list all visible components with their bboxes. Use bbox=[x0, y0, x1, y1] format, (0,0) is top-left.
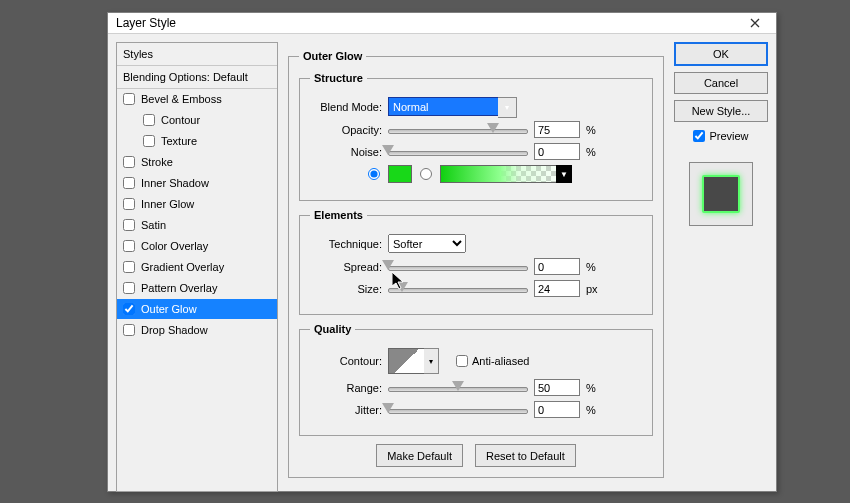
color-swatch[interactable] bbox=[388, 165, 412, 183]
noise-label: Noise: bbox=[310, 146, 382, 158]
styles-item-label: Contour bbox=[161, 114, 200, 126]
styles-checkbox[interactable] bbox=[123, 219, 135, 231]
reset-default-button[interactable]: Reset to Default bbox=[475, 444, 576, 467]
noise-unit: % bbox=[586, 146, 604, 158]
blendmode-value: Normal bbox=[393, 101, 428, 113]
blending-options[interactable]: Blending Options: Default bbox=[117, 66, 277, 89]
opacity-input[interactable] bbox=[534, 121, 580, 138]
noise-slider[interactable] bbox=[388, 146, 528, 158]
styles-item-inner-shadow[interactable]: Inner Shadow bbox=[117, 173, 277, 194]
styles-item-label: Bevel & Emboss bbox=[141, 93, 222, 105]
new-style-button[interactable]: New Style... bbox=[674, 100, 768, 122]
styles-item-outer-glow[interactable]: Outer Glow bbox=[117, 299, 277, 320]
close-button[interactable] bbox=[740, 13, 770, 33]
styles-item-label: Outer Glow bbox=[141, 303, 197, 315]
jitter-slider[interactable] bbox=[388, 404, 528, 416]
range-unit: % bbox=[586, 382, 604, 394]
styles-checkbox[interactable] bbox=[123, 177, 135, 189]
styles-item-label: Pattern Overlay bbox=[141, 282, 217, 294]
size-slider[interactable] bbox=[388, 283, 528, 295]
make-default-button[interactable]: Make Default bbox=[376, 444, 463, 467]
blendmode-select[interactable]: Normal ▾ bbox=[388, 97, 500, 116]
styles-item-stroke[interactable]: Stroke bbox=[117, 152, 277, 173]
quality-group: Quality Contour: ▾ Anti-aliased Range: bbox=[299, 323, 653, 436]
styles-item-pattern-overlay[interactable]: Pattern Overlay bbox=[117, 278, 277, 299]
quality-legend: Quality bbox=[310, 323, 355, 335]
blendmode-label: Blend Mode: bbox=[310, 101, 382, 113]
styles-item-label: Stroke bbox=[141, 156, 173, 168]
styles-checkbox[interactable] bbox=[123, 303, 135, 315]
window-title: Layer Style bbox=[116, 16, 740, 30]
range-slider[interactable] bbox=[388, 382, 528, 394]
styles-item-drop-shadow[interactable]: Drop Shadow bbox=[117, 320, 277, 341]
panel-title: Outer Glow bbox=[299, 50, 366, 62]
styles-item-label: Texture bbox=[161, 135, 197, 147]
elements-group: Elements Technique: Softer Spread: % Siz… bbox=[299, 209, 653, 315]
styles-item-gradient-overlay[interactable]: Gradient Overlay bbox=[117, 257, 277, 278]
styles-item-satin[interactable]: Satin bbox=[117, 215, 277, 236]
styles-item-label: Inner Shadow bbox=[141, 177, 209, 189]
size-label: Size: bbox=[310, 283, 382, 295]
gradient-swatch[interactable]: ▼ bbox=[440, 165, 572, 183]
chevron-down-icon: ▾ bbox=[424, 348, 439, 374]
styles-list: Styles Blending Options: Default Bevel &… bbox=[116, 42, 278, 492]
spread-slider[interactable] bbox=[388, 261, 528, 273]
range-input[interactable] bbox=[534, 379, 580, 396]
styles-item-bevel-emboss[interactable]: Bevel & Emboss bbox=[117, 89, 277, 110]
opacity-unit: % bbox=[586, 124, 604, 136]
opacity-slider[interactable] bbox=[388, 124, 528, 136]
styles-item-label: Gradient Overlay bbox=[141, 261, 224, 273]
settings-panel: Outer Glow Structure Blend Mode: Normal … bbox=[286, 42, 666, 492]
chevron-down-icon: ▾ bbox=[498, 97, 517, 118]
cancel-button[interactable]: Cancel bbox=[674, 72, 768, 94]
antialiased-checkbox[interactable]: Anti-aliased bbox=[456, 355, 529, 367]
size-input[interactable] bbox=[534, 280, 580, 297]
structure-legend: Structure bbox=[310, 72, 367, 84]
jitter-input[interactable] bbox=[534, 401, 580, 418]
gradient-radio[interactable] bbox=[420, 168, 432, 180]
technique-select[interactable]: Softer bbox=[388, 234, 466, 253]
jitter-unit: % bbox=[586, 404, 604, 416]
styles-item-inner-glow[interactable]: Inner Glow bbox=[117, 194, 277, 215]
styles-checkbox[interactable] bbox=[123, 324, 135, 336]
chevron-down-icon: ▼ bbox=[556, 165, 572, 183]
styles-checkbox[interactable] bbox=[123, 240, 135, 252]
styles-item-texture[interactable]: Texture bbox=[117, 131, 277, 152]
contour-picker[interactable]: ▾ bbox=[388, 348, 426, 374]
styles-item-label: Drop Shadow bbox=[141, 324, 208, 336]
spread-input[interactable] bbox=[534, 258, 580, 275]
ok-button[interactable]: OK bbox=[674, 42, 768, 66]
styles-checkbox[interactable] bbox=[143, 135, 155, 147]
styles-item-contour[interactable]: Contour bbox=[117, 110, 277, 131]
noise-input[interactable] bbox=[534, 143, 580, 160]
styles-checkbox[interactable] bbox=[143, 114, 155, 126]
layer-style-dialog: Layer Style Styles Blending Options: Def… bbox=[107, 12, 777, 492]
styles-checkbox[interactable] bbox=[123, 93, 135, 105]
titlebar: Layer Style bbox=[108, 13, 776, 34]
technique-label: Technique: bbox=[310, 238, 382, 250]
styles-item-label: Inner Glow bbox=[141, 198, 194, 210]
spread-unit: % bbox=[586, 261, 604, 273]
styles-item-color-overlay[interactable]: Color Overlay bbox=[117, 236, 277, 257]
jitter-label: Jitter: bbox=[310, 404, 382, 416]
preview-swatch bbox=[702, 175, 740, 213]
styles-checkbox[interactable] bbox=[123, 261, 135, 273]
range-label: Range: bbox=[310, 382, 382, 394]
preview-thumbnail bbox=[689, 162, 753, 226]
antialiased-label: Anti-aliased bbox=[472, 355, 529, 367]
size-unit: px bbox=[586, 283, 604, 295]
styles-item-label: Color Overlay bbox=[141, 240, 208, 252]
styles-item-label: Satin bbox=[141, 219, 166, 231]
styles-checkbox[interactable] bbox=[123, 282, 135, 294]
styles-checkbox[interactable] bbox=[123, 156, 135, 168]
preview-checkbox[interactable]: Preview bbox=[674, 130, 768, 142]
preview-label: Preview bbox=[709, 130, 748, 142]
color-radio[interactable] bbox=[368, 168, 380, 180]
contour-label: Contour: bbox=[310, 355, 382, 367]
styles-header[interactable]: Styles bbox=[117, 43, 277, 66]
dialog-content: Styles Blending Options: Default Bevel &… bbox=[108, 34, 776, 500]
styles-checkbox[interactable] bbox=[123, 198, 135, 210]
close-icon bbox=[750, 18, 760, 28]
opacity-label: Opacity: bbox=[310, 124, 382, 136]
spread-label: Spread: bbox=[310, 261, 382, 273]
